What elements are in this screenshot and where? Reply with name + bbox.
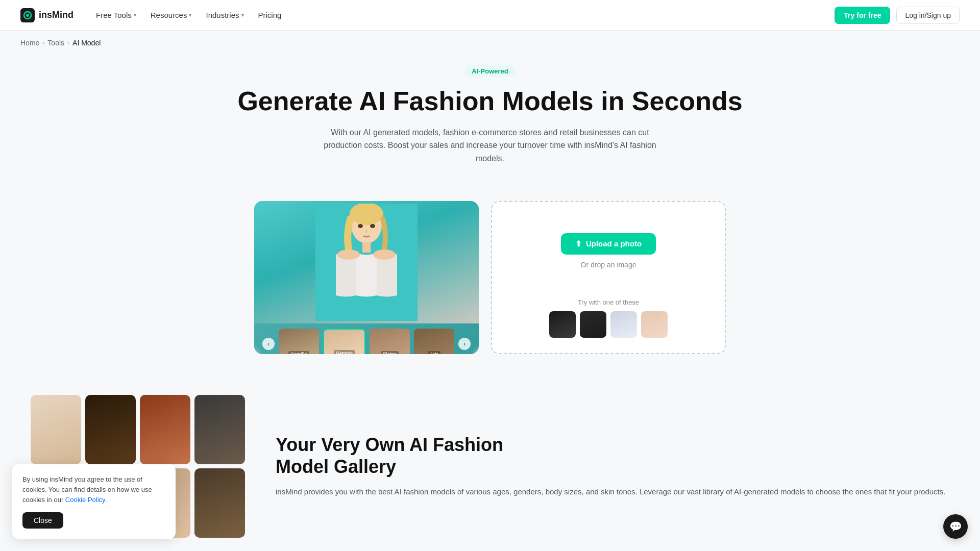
nav-pricing[interactable]: Pricing <box>252 7 288 23</box>
gallery-cell-2 <box>85 395 136 464</box>
logo-icon <box>20 8 35 22</box>
model-thumb-gemma[interactable]: Gemma <box>323 329 365 354</box>
model-thumb-camilla[interactable]: Camilla <box>279 329 319 354</box>
nav-resources[interactable]: Resources ▾ <box>144 7 198 23</box>
gallery-cell-1 <box>31 395 81 464</box>
cookie-banner: By using insMind you agree to the use of… <box>12 464 176 539</box>
sample-thumb-2[interactable] <box>580 311 606 338</box>
cookie-text: By using insMind you agree to the use of… <box>22 474 165 505</box>
model-thumb-ada[interactable]: Ada <box>414 329 454 354</box>
upload-panel: ⬆ Upload a photo Or drop an image Try wi… <box>491 201 726 354</box>
navbar: insMind Free Tools ▾ Resources ▾ Industr… <box>0 0 980 31</box>
breadcrumb-tools[interactable]: Tools <box>47 39 64 47</box>
login-button[interactable]: Log in/Sign up <box>896 7 960 24</box>
model-name-gemma: Gemma <box>334 350 355 354</box>
model-main-view <box>254 201 479 323</box>
breadcrumb-sep-2: › <box>67 39 69 46</box>
nav-actions: Try for free Log in/Sign up <box>835 7 960 24</box>
nav-free-tools[interactable]: Free Tools ▾ <box>90 7 142 23</box>
breadcrumb-home[interactable]: Home <box>20 39 39 47</box>
nav-items: Free Tools ▾ Resources ▾ Industries ▾ Pr… <box>90 7 818 23</box>
gallery-cell-4 <box>194 395 245 464</box>
chevron-down-icon: ▾ <box>134 12 136 18</box>
demo-section: ‹ Camilla Gemma Elaine Ada <box>0 186 980 369</box>
model-thumb-elaine[interactable]: Elaine <box>370 329 410 354</box>
svg-point-4 <box>350 204 383 225</box>
close-cookie-button[interactable]: Close <box>22 512 63 529</box>
gallery-text: Your Very Own AI FashionModel Gallery in… <box>276 434 945 498</box>
svg-point-1 <box>26 14 29 17</box>
nav-industries[interactable]: Industries ▾ <box>200 7 250 23</box>
upload-icon: ⬆ <box>575 239 582 248</box>
gallery-description: insMind provides you with the best AI fa… <box>276 486 945 498</box>
logo[interactable]: insMind <box>20 8 74 22</box>
svg-point-5 <box>358 224 363 228</box>
model-thumbnails: ‹ Camilla Gemma Elaine Ada <box>254 323 479 354</box>
svg-rect-7 <box>362 242 371 253</box>
prev-model-button[interactable]: ‹ <box>262 338 275 350</box>
sample-thumb-1[interactable] <box>549 311 576 338</box>
sample-thumb-4[interactable] <box>641 311 668 338</box>
upload-drop-zone[interactable]: ⬆ Upload a photo Or drop an image <box>502 217 715 285</box>
logo-text: insMind <box>39 10 74 20</box>
chat-widget-button[interactable]: 💬 <box>943 514 968 539</box>
hero-title: Generate AI Fashion Models in Seconds <box>20 86 960 117</box>
model-name-camilla: Camilla <box>288 351 309 354</box>
hero-description: With our AI generated models, fashion e-… <box>316 126 664 165</box>
model-silhouette-svg <box>315 204 418 321</box>
model-name-ada: Ada <box>428 351 440 354</box>
next-model-button[interactable]: › <box>458 338 471 350</box>
sample-thumb-3[interactable] <box>610 311 637 338</box>
model-name-elaine: Elaine <box>381 351 399 354</box>
svg-point-9 <box>373 249 396 260</box>
svg-point-6 <box>370 224 375 228</box>
breadcrumb-sep-1: › <box>42 39 44 46</box>
gallery-cell-3 <box>140 395 190 464</box>
upload-photo-button[interactable]: ⬆ Upload a photo <box>561 233 656 255</box>
cookie-policy-link[interactable]: Cookie Policy <box>65 496 105 504</box>
svg-point-8 <box>337 249 360 260</box>
chat-icon: 💬 <box>949 520 962 533</box>
chevron-down-icon: ▾ <box>189 12 191 18</box>
try-free-button[interactable]: Try for free <box>835 7 890 24</box>
ai-powered-badge: AI-Powered <box>464 65 516 77</box>
upload-or-text: Or drop an image <box>581 261 636 269</box>
model-demo-panel: ‹ Camilla Gemma Elaine Ada <box>254 201 479 354</box>
chevron-down-icon: ▾ <box>241 12 244 18</box>
sample-thumbs-row <box>502 311 715 338</box>
breadcrumb: Home › Tools › AI Model <box>0 31 980 55</box>
sample-images-section: Try with one of these <box>502 290 715 338</box>
breadcrumb-current: AI Model <box>72 39 101 47</box>
gallery-title: Your Very Own AI FashionModel Gallery <box>276 434 945 478</box>
hero-section: AI-Powered Generate AI Fashion Models in… <box>0 55 980 186</box>
try-with-label: Try with one of these <box>502 298 715 306</box>
gallery-cell-8 <box>194 468 245 538</box>
